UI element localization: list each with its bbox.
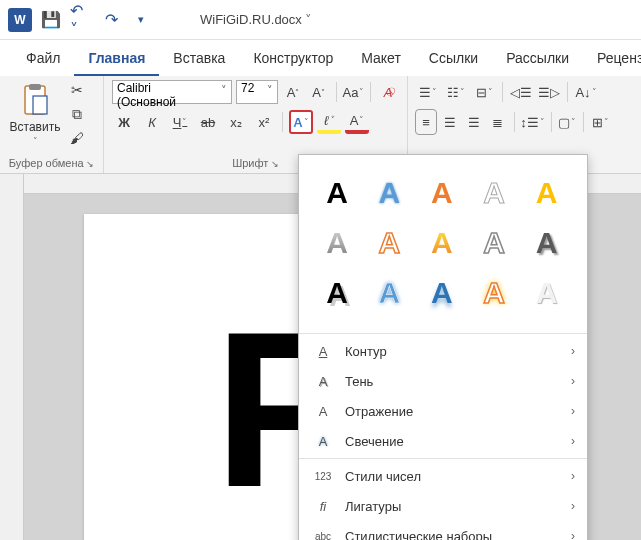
outline-icon: A <box>313 344 333 359</box>
tab-mailings[interactable]: Рассылки <box>492 42 583 76</box>
number-styles-submenu[interactable]: 123Стили чисел› <box>299 461 587 491</box>
effect-preset-14[interactable]: A <box>470 269 518 317</box>
glow-icon: A <box>313 434 333 449</box>
effect-preset-3[interactable]: A <box>418 169 466 217</box>
effect-preset-5[interactable]: A <box>523 169 571 217</box>
chevron-right-icon: › <box>571 344 575 358</box>
chevron-right-icon: › <box>571 374 575 388</box>
ligatures-label: Лигатуры <box>345 499 401 514</box>
ribbon-tabs: Файл Главная Вставка Конструктор Макет С… <box>0 40 641 76</box>
strikethrough-button[interactable]: ab <box>196 110 220 134</box>
tab-home[interactable]: Главная <box>74 42 159 76</box>
chevron-right-icon: › <box>571 469 575 483</box>
clipboard-group: Вставить ˅ ✂ ⧉ 🖌 Буфер обмена <box>0 76 104 173</box>
word-app-icon: W <box>8 8 32 32</box>
effect-preset-6[interactable]: A <box>313 219 361 267</box>
numbering-button[interactable]: ☷ <box>444 80 468 104</box>
superscript-button[interactable]: x² <box>252 110 276 134</box>
effect-preset-8[interactable]: A <box>418 219 466 267</box>
line-spacing-button[interactable]: ↕☰ <box>521 110 545 134</box>
document-filename[interactable]: WiFiGiD.RU.docx <box>200 12 312 27</box>
font-size-select[interactable]: 72 <box>236 80 278 104</box>
chevron-right-icon: › <box>571 404 575 418</box>
reflection-icon: A <box>313 404 333 419</box>
align-left-button[interactable]: ≡ <box>416 110 436 134</box>
multilevel-button[interactable]: ⊟ <box>472 80 496 104</box>
stylistic-sets-label: Стилистические наборы <box>345 529 492 541</box>
bold-button[interactable]: Ж <box>112 110 136 134</box>
glow-label: Свечение <box>345 434 404 449</box>
svg-rect-2 <box>33 96 47 114</box>
chevron-right-icon: › <box>571 499 575 513</box>
outline-submenu[interactable]: AКонтур› <box>299 336 587 366</box>
align-right-button[interactable]: ☰ <box>464 110 484 134</box>
qat-customize-icon[interactable]: ▾ <box>130 9 152 31</box>
outline-label: Контур <box>345 344 387 359</box>
font-color-button[interactable]: A <box>345 110 369 134</box>
decrease-indent-button[interactable]: ◁☰ <box>509 80 533 104</box>
clear-formatting-button[interactable]: A⃠ <box>377 80 399 104</box>
subscript-button[interactable]: x₂ <box>224 110 248 134</box>
increase-indent-button[interactable]: ☰▷ <box>537 80 561 104</box>
bullets-button[interactable]: ☰ <box>416 80 440 104</box>
effect-preset-15[interactable]: A <box>523 269 571 317</box>
vertical-ruler[interactable] <box>0 174 24 540</box>
tab-review[interactable]: Рецензирование <box>583 42 641 76</box>
align-center-button[interactable]: ☰ <box>440 110 460 134</box>
stylistic-sets-icon: abc <box>313 531 333 541</box>
effect-preset-2[interactable]: A <box>365 169 413 217</box>
text-effects-button[interactable]: A <box>289 110 313 134</box>
ligatures-icon: fi <box>313 499 333 514</box>
paste-button[interactable]: Вставить ˅ <box>8 80 62 148</box>
text-effects-gallery: A A A A A A A A A A A A A A A <box>299 155 587 331</box>
ligatures-submenu[interactable]: fiЛигатуры› <box>299 491 587 521</box>
chevron-right-icon: › <box>571 529 575 540</box>
underline-button[interactable]: Ч <box>168 110 192 134</box>
shrink-font-button[interactable]: A˅ <box>308 80 330 104</box>
clipboard-icon <box>19 82 51 118</box>
shadow-label: Тень <box>345 374 373 389</box>
highlight-button[interactable]: ℓ <box>317 110 341 134</box>
chevron-right-icon: › <box>571 434 575 448</box>
effect-preset-13[interactable]: A <box>418 269 466 317</box>
effect-preset-7[interactable]: A <box>365 219 413 267</box>
svg-rect-1 <box>29 84 41 90</box>
reflection-label: Отражение <box>345 404 413 419</box>
effect-preset-12[interactable]: A <box>365 269 413 317</box>
stylistic-sets-submenu[interactable]: abcСтилистические наборы› <box>299 521 587 540</box>
effect-preset-10[interactable]: A <box>523 219 571 267</box>
shadow-submenu[interactable]: AТень› <box>299 366 587 396</box>
clipboard-group-label[interactable]: Буфер обмена <box>8 155 95 171</box>
text-effects-dropdown: A A A A A A A A A A A A A A A AКонтур› A… <box>298 154 588 540</box>
redo-icon[interactable]: ↷ <box>100 9 122 31</box>
format-painter-button[interactable]: 🖌 <box>66 128 88 148</box>
shading-button[interactable]: ▢ <box>557 110 577 134</box>
undo-icon[interactable]: ↶ ˅ <box>70 9 92 31</box>
sort-button[interactable]: A↓ <box>574 80 598 104</box>
glow-submenu[interactable]: AСвечение› <box>299 426 587 456</box>
copy-button[interactable]: ⧉ <box>66 104 88 124</box>
number-styles-icon: 123 <box>313 471 333 482</box>
change-case-button[interactable]: Aa <box>342 80 364 104</box>
effect-preset-1[interactable]: A <box>313 169 361 217</box>
cut-button[interactable]: ✂ <box>66 80 88 100</box>
tab-layout[interactable]: Макет <box>347 42 415 76</box>
reflection-submenu[interactable]: AОтражение› <box>299 396 587 426</box>
tab-design[interactable]: Конструктор <box>239 42 347 76</box>
justify-button[interactable]: ≣ <box>488 110 508 134</box>
shadow-icon: A <box>313 374 333 389</box>
italic-button[interactable]: К <box>140 110 164 134</box>
tab-insert[interactable]: Вставка <box>159 42 239 76</box>
effect-preset-4[interactable]: A <box>470 169 518 217</box>
save-icon[interactable]: 💾 <box>40 9 62 31</box>
tab-file[interactable]: Файл <box>12 42 74 76</box>
tab-references[interactable]: Ссылки <box>415 42 492 76</box>
font-name-select[interactable]: Calibri (Основной <box>112 80 232 104</box>
grow-font-button[interactable]: A˄ <box>282 80 304 104</box>
effect-preset-11[interactable]: A <box>313 269 361 317</box>
number-styles-label: Стили чисел <box>345 469 421 484</box>
effect-preset-9[interactable]: A <box>470 219 518 267</box>
paste-label: Вставить <box>10 120 61 134</box>
borders-button[interactable]: ⊞ <box>590 110 610 134</box>
